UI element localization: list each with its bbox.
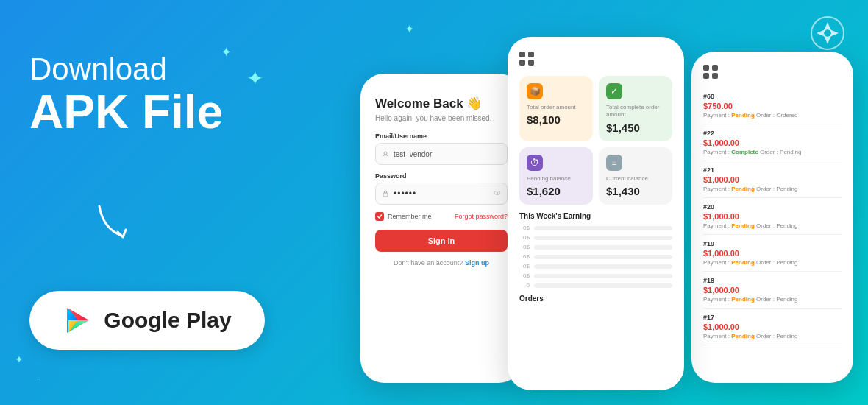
total-order-card: 📦 Total order amount $8,100 — [519, 76, 593, 141]
user-icon — [382, 150, 389, 158]
arrow-icon — [85, 191, 143, 250]
eye-icon-svg — [494, 189, 501, 197]
signup-link[interactable]: Sign up — [465, 259, 489, 267]
remember-label: Remember me — [388, 213, 432, 220]
card-value-2: $1,450 — [606, 122, 665, 134]
card-value-4: $1,430 — [606, 185, 665, 197]
sparkle-icon: · — [37, 376, 39, 384]
sparkle-icon: ✦ — [15, 353, 24, 365]
card-value-1: $8,100 — [527, 113, 586, 126]
order-item: #20 $1,000.00 Payment : Pending Order : … — [703, 198, 842, 235]
order-item: #68 $750.00 Payment : Pending Order : Or… — [703, 88, 842, 124]
signup-row: Don't have an account? Sign up — [375, 259, 508, 267]
order-item: #22 $1,000.00 Payment : Complete Order :… — [703, 124, 842, 161]
phones-container: Welcome Back 👋 Hello again, you have bee… — [309, 0, 868, 405]
orders-phone: #68 $750.00 Payment : Pending Order : Or… — [691, 52, 853, 383]
order-item: #19 $1,000.00 Payment : Pending Order : … — [703, 235, 842, 272]
lock-icon — [382, 190, 389, 197]
earnings-chart: 0$ 0$ 0$ 0$ 0$ 0$ 0 — [519, 225, 672, 289]
login-title: Welcome Back 👋 — [375, 96, 508, 111]
password-input[interactable]: •••••• — [375, 183, 508, 205]
card-icon-green: ✓ — [606, 83, 622, 99]
google-play-icon — [63, 305, 93, 336]
orders-section-label: Orders — [519, 295, 672, 303]
check-icon — [377, 214, 383, 219]
card-icon-gray: ≡ — [606, 155, 622, 171]
card-title-3: Pending balance — [527, 175, 586, 183]
signin-button[interactable]: Sign In — [375, 230, 508, 252]
email-input[interactable]: test_vendor — [375, 143, 508, 165]
grid-icon — [519, 52, 534, 66]
login-subtitle: Hello again, you have been missed. — [375, 114, 508, 122]
google-play-label: Google Play — [104, 308, 231, 333]
apk-label: APK File — [29, 88, 302, 135]
dashboard-phone: 📦 Total order amount $8,100 ✓ Total comp… — [508, 37, 684, 390]
svg-point-14 — [497, 192, 498, 194]
download-label: Download — [29, 52, 302, 87]
hero-section: Download APK File — [29, 52, 302, 158]
complete-order-card: ✓ Total complete order amount $1,450 — [599, 76, 672, 141]
current-balance-card: ≡ Current balance $1,430 — [599, 147, 672, 205]
card-title-1: Total order amount — [527, 104, 586, 111]
remember-checkbox[interactable] — [375, 212, 384, 221]
order-item: #21 $1,000.00 Payment : Pending Order : … — [703, 161, 842, 198]
dashboard-cards: 📦 Total order amount $8,100 ✓ Total comp… — [519, 76, 672, 205]
orders-phone-header — [703, 65, 842, 79]
order-item: #18 $1,000.00 Payment : Pending Order : … — [703, 272, 842, 309]
pending-balance-card: ⏱ Pending balance $1,620 — [519, 147, 593, 205]
forgot-password-link[interactable]: Forgot password? — [455, 213, 508, 220]
eye-icon — [494, 189, 501, 198]
login-phone: Welcome Back 👋 Hello again, you have bee… — [360, 74, 522, 383]
email-value: test_vendor — [394, 150, 432, 158]
password-label: Password — [375, 172, 508, 180]
earnings-section: This Week's Earning 0$ 0$ 0$ 0$ 0$ 0$ 0 … — [519, 212, 672, 303]
card-icon-orange: 📦 — [527, 83, 543, 99]
svg-point-11 — [384, 152, 387, 155]
order-item: #17 $1,000.00 Payment : Pending Order : … — [703, 309, 842, 345]
earnings-title: This Week's Earning — [519, 212, 672, 220]
email-label: Email/Username — [375, 133, 508, 140]
card-title-4: Current balance — [606, 175, 665, 183]
remember-row: Remember me Forgot password? — [375, 212, 508, 221]
card-value-3: $1,620 — [527, 185, 586, 197]
card-icon-purple: ⏱ — [527, 155, 543, 171]
svg-rect-12 — [383, 193, 388, 197]
dashboard-header — [519, 52, 672, 66]
card-title-2: Total complete order amount — [606, 104, 665, 119]
password-dots: •••••• — [394, 189, 416, 199]
orders-grid-icon — [703, 65, 718, 79]
google-play-button[interactable]: Google Play — [29, 291, 265, 350]
